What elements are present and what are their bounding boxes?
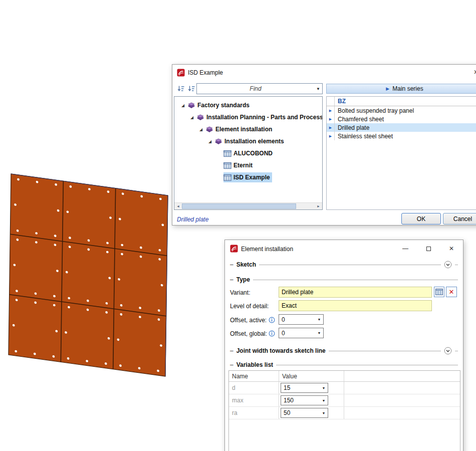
- offset-global-label: Offset, global:: [230, 330, 267, 337]
- tree-item-eternit[interactable]: Eternit: [174, 159, 322, 171]
- info-icon[interactable]: [269, 330, 275, 337]
- status-text: Drilled plate: [177, 216, 208, 223]
- dropdown-arrow-icon[interactable]: ▼: [315, 331, 323, 335]
- dialog2-titlebar[interactable]: Element installation — ✕: [225, 240, 463, 257]
- table-icon: [223, 174, 232, 181]
- tree-item-alucobond[interactable]: ALUCOBOND: [174, 147, 322, 159]
- main-series-label: Main series: [392, 85, 423, 92]
- tree-item-element-installation[interactable]: ◢ Element installation: [174, 123, 322, 135]
- expand-triangle-icon[interactable]: ◢: [205, 139, 214, 144]
- variable-ra-select[interactable]: 50 ▼: [281, 408, 328, 418]
- dialog1-title: ISD Example: [188, 69, 223, 76]
- tree-item-label: Installation Planning - Parts and Proces…: [205, 114, 323, 121]
- variant-delete-button[interactable]: ✕: [446, 287, 457, 297]
- dropdown-arrow-icon[interactable]: ▼: [315, 318, 323, 321]
- tree-item-label: Installation elements: [223, 138, 284, 145]
- offset-active-select[interactable]: 0 ▼: [279, 314, 324, 325]
- variable-max-select[interactable]: 150 ▼: [281, 395, 328, 405]
- series-marker-icon: ▶: [386, 87, 389, 91]
- dropdown-arrow-icon[interactable]: ▼: [314, 84, 322, 94]
- row-marker-icon: ▶: [329, 117, 332, 121]
- list-row-label: Drilled plate: [335, 124, 369, 131]
- list-row[interactable]: ▶ Bolted suspended tray panel: [327, 106, 476, 115]
- series-list-panel: BZ ▶ Bolted suspended tray panel ▶ Chamf…: [326, 96, 476, 210]
- column-header-bz[interactable]: BZ: [335, 98, 346, 105]
- tree-item-isd-example[interactable]: ISD Example: [174, 171, 322, 183]
- catalog-icon: [205, 126, 214, 133]
- list-row-label: Bolted suspended tray panel: [335, 107, 414, 114]
- section-type[interactable]: – Type: [230, 275, 458, 284]
- list-row-label: Stainless steel sheet: [335, 133, 393, 140]
- variable-row-ra[interactable]: ra 50 ▼: [229, 407, 460, 419]
- tree-item-label: ISD Example: [232, 174, 270, 181]
- sort-ascending-icon[interactable]: [176, 84, 185, 93]
- variable-row-d[interactable]: d 15 ▼: [229, 382, 460, 394]
- dropdown-arrow-icon[interactable]: ▼: [320, 386, 328, 390]
- column-header-name: Name: [229, 371, 279, 381]
- expand-triangle-icon[interactable]: ◢: [178, 103, 187, 108]
- variable-d-select[interactable]: 15 ▼: [281, 383, 328, 393]
- level-of-detail-label: Level of detail:: [230, 303, 269, 310]
- tree-item-label: Eternit: [232, 162, 253, 169]
- section-joint-width[interactable]: – Joint width towards sketch line: [230, 346, 458, 355]
- row-marker-icon: ▶: [329, 109, 332, 112]
- catalog-tree-panel: ◢ Factory standards ◢ Installation Plann…: [174, 96, 323, 210]
- dialog1-toolbar: ▼ ▶ Main series: [172, 83, 476, 95]
- expand-triangle-icon[interactable]: ◢: [187, 115, 196, 120]
- variant-label: Variant:: [230, 289, 250, 296]
- collapse-chevron-icon[interactable]: [444, 347, 452, 355]
- find-input[interactable]: [197, 84, 314, 94]
- close-icon[interactable]: ✕: [470, 69, 476, 76]
- scrollbar-track[interactable]: [182, 203, 315, 209]
- scroll-right-icon[interactable]: ►: [315, 203, 322, 209]
- variables-table: Name Value d 15 ▼ max 150 ▼ ra 50 ▼: [228, 370, 460, 451]
- row-marker-icon: ▶: [329, 126, 332, 129]
- scroll-left-icon[interactable]: ◄: [174, 203, 182, 209]
- dropdown-arrow-icon[interactable]: ▼: [320, 399, 328, 402]
- info-icon[interactable]: [269, 317, 275, 323]
- catalog-icon: [196, 114, 205, 121]
- cancel-button[interactable]: Cancel: [443, 213, 476, 224]
- catalog-icon: [214, 138, 223, 145]
- variables-table-header: Name Value: [229, 371, 460, 382]
- section-variables-list[interactable]: – Variables list: [230, 360, 458, 369]
- collapse-chevron-icon[interactable]: [444, 261, 452, 269]
- tree-item-installation-elements[interactable]: ◢ Installation elements: [174, 135, 322, 147]
- list-row-selected[interactable]: ▶ Drilled plate: [327, 123, 476, 132]
- variable-row-max[interactable]: max 150 ▼: [229, 394, 460, 407]
- variant-catalog-button[interactable]: [434, 287, 444, 297]
- column-header-value: Value: [279, 371, 344, 381]
- section-sketch-label: Sketch: [236, 261, 256, 268]
- dialog2-title: Element installation: [241, 246, 293, 253]
- table-icon: [223, 162, 232, 169]
- scrollbar-thumb[interactable]: [182, 203, 296, 209]
- offset-active-label: Offset, active:: [230, 317, 267, 324]
- list-row[interactable]: ▶ Stainless steel sheet: [327, 132, 476, 140]
- sort-descending-icon[interactable]: [186, 84, 196, 93]
- tree-item-label: ALUCOBOND: [232, 150, 273, 157]
- section-sketch[interactable]: – Sketch: [230, 260, 458, 269]
- element-installation-dialog: Element installation — ✕ – Sketch – Type…: [224, 240, 463, 451]
- close-icon[interactable]: ✕: [440, 240, 463, 257]
- maximize-icon[interactable]: [417, 240, 440, 257]
- dropdown-arrow-icon[interactable]: ▼: [320, 411, 328, 415]
- list-header-row[interactable]: BZ: [327, 97, 476, 106]
- find-combobox[interactable]: ▼: [196, 83, 323, 94]
- offset-global-select[interactable]: 0 ▼: [279, 328, 324, 338]
- ok-button[interactable]: OK: [401, 213, 441, 224]
- list-row-label: Chamfered sheet: [335, 116, 384, 123]
- variant-field[interactable]: [279, 287, 432, 298]
- list-row[interactable]: ▶ Chamfered sheet: [327, 115, 476, 123]
- table-icon: [223, 150, 232, 157]
- main-series-header[interactable]: ▶ Main series: [326, 84, 476, 94]
- tree-item-factory-standards[interactable]: ◢ Factory standards: [174, 99, 322, 111]
- tree-item-installation-planning[interactable]: ◢ Installation Planning - Parts and Proc…: [174, 111, 322, 123]
- horizontal-scrollbar[interactable]: ◄ ►: [174, 202, 322, 209]
- level-of-detail-field[interactable]: [279, 300, 432, 311]
- expand-triangle-icon[interactable]: ◢: [196, 127, 205, 132]
- isd-example-dialog: ISD Example ✕ ▼ ▶ Main series ◢ Factory …: [172, 64, 476, 225]
- tree-item-label: Element installation: [214, 126, 272, 133]
- dialog1-titlebar[interactable]: ISD Example ✕: [172, 65, 476, 81]
- catalog-icon: [187, 102, 196, 109]
- minimize-icon[interactable]: —: [394, 240, 417, 257]
